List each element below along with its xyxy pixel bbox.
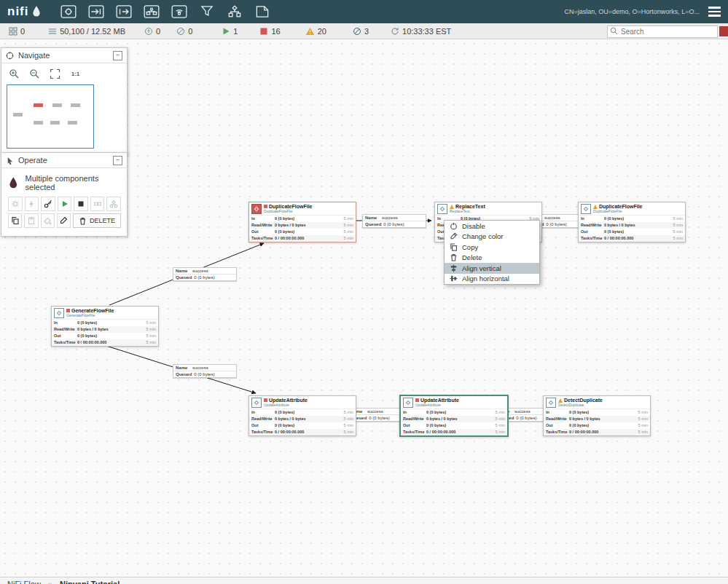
fill-color-button[interactable] xyxy=(41,213,55,228)
processor-detectduplicate[interactable]: DetectDuplicate DetectDuplicate In0 (0 b… xyxy=(543,395,651,436)
stat-rw-label: Read/Write xyxy=(403,417,426,422)
processor-icon xyxy=(546,398,556,408)
group-button[interactable] xyxy=(90,197,105,211)
configure-button[interactable] xyxy=(8,197,23,211)
stat-in-value: 0 (0 bytes) xyxy=(275,216,294,221)
minimap-viewport[interactable] xyxy=(7,84,94,149)
queued-count-value: 50,100 / 12.52 MB xyxy=(60,27,125,36)
not-transmitting-count-value: 0 xyxy=(188,27,192,36)
stat-window: 5 min xyxy=(344,430,353,435)
stat-window: 5 min xyxy=(673,236,683,241)
funnel-component-icon[interactable] xyxy=(196,3,218,20)
processor-generateflowfile[interactable]: GenerateFlowFile GenerateFlowFile In0 (0… xyxy=(51,306,159,347)
menu-item-delete[interactable]: Delete xyxy=(445,253,539,264)
collapse-button[interactable]: − xyxy=(113,51,122,60)
menu-item-label: Copy xyxy=(462,243,478,251)
stat-rw-value: 0 bytes / 0 bytes xyxy=(77,327,109,332)
stat-window: 5 min xyxy=(496,430,505,435)
template-component-icon[interactable] xyxy=(224,3,246,20)
collapse-button[interactable]: − xyxy=(113,156,122,165)
access-policies-button[interactable] xyxy=(41,197,55,211)
stat-in-label: In xyxy=(581,216,604,221)
stat-window: 5 min xyxy=(146,327,156,332)
connection-label[interactable]: Namesuccess Queued0 (0 bytes) xyxy=(173,364,237,378)
paste-button[interactable] xyxy=(24,213,38,228)
breadcrumb-root[interactable]: NiFi Flow xyxy=(7,580,41,584)
navigate-panel-header: Navigate − xyxy=(1,48,127,63)
template-button[interactable] xyxy=(106,197,121,211)
delete-button-label: DELETE xyxy=(90,217,115,224)
power-icon xyxy=(449,222,458,230)
enable-button[interactable] xyxy=(25,197,39,211)
processor-duplicateflowfile-1[interactable]: DuplicateFlowFile DuplicateFlowFile In0 … xyxy=(248,202,356,242)
label-component-icon[interactable] xyxy=(251,3,273,20)
processor-duplicateflowfile-2[interactable]: DuplicateFlowFile DuplicateFlowFile In0 … xyxy=(578,202,686,242)
stopped-icon xyxy=(264,398,267,402)
nifi-logo-text: nifi xyxy=(7,4,29,19)
processor-name: DetectDuplicate xyxy=(564,398,603,403)
menu-item-copy[interactable]: Copy xyxy=(445,242,539,253)
running-count-value: 1 xyxy=(233,27,238,36)
stat-window: 5 min xyxy=(146,334,156,339)
menu-item-align-vertical[interactable]: Align vertical xyxy=(445,263,539,274)
connection-queued-value: 0 (0 bytes) xyxy=(369,416,389,420)
stat-window: 5 min xyxy=(344,223,353,228)
cluster-icon xyxy=(9,27,17,36)
start-button[interactable] xyxy=(58,197,72,211)
processor-stats: In0 (0 bytes)5 min Read/Write0 bytes / 0… xyxy=(579,215,685,242)
refresh-time-value: 10:33:33 EST xyxy=(402,27,451,36)
change-color-button[interactable] xyxy=(57,213,71,228)
refresh-status[interactable]: 10:33:33 EST xyxy=(391,27,451,36)
processor-updateattribute-1[interactable]: UpdateAttribute UpdateAttribute In0 (0 b… xyxy=(248,395,356,436)
stat-out-value: 0 (0 bytes) xyxy=(569,423,589,428)
stat-window: 5 min xyxy=(146,340,156,345)
connection-label[interactable]: Namesuccess Queued0 (0 bytes) xyxy=(362,214,426,228)
stop-button[interactable] xyxy=(74,197,88,211)
connection-name-value: success xyxy=(192,269,208,273)
remote-process-group-component-icon[interactable] xyxy=(168,3,190,20)
copy-button[interactable] xyxy=(8,213,22,228)
processor-updateattribute-2[interactable]: UpdateAttribute UpdateAttribute In0 (0 b… xyxy=(399,395,509,437)
refresh-icon xyxy=(391,27,399,36)
navigate-panel: Navigate − 1:1 xyxy=(1,47,128,155)
breadcrumb: NiFi Flow » Nipyapi Tutorial xyxy=(0,577,728,584)
zoom-out-button[interactable] xyxy=(28,68,41,80)
stat-window: 5 min xyxy=(344,423,353,428)
stopped-count-value: 16 xyxy=(271,27,280,36)
stat-window: 5 min xyxy=(496,417,505,422)
minimap-node xyxy=(13,113,23,117)
menu-item-label: Change color xyxy=(462,232,504,240)
zoom-in-button[interactable] xyxy=(8,68,20,80)
stat-window: 5 min xyxy=(673,223,683,228)
processor-name: GenerateFlowFile xyxy=(71,308,114,313)
processor-stats: In0 (0 bytes)5 min Read/Write0 bytes / 0… xyxy=(52,319,158,346)
minimap[interactable] xyxy=(7,84,122,149)
processor-stats: In0 (0 bytes)5 min Read/Write0 bytes / 0… xyxy=(249,409,356,435)
global-menu-button[interactable] xyxy=(708,7,721,17)
disabled-count-value: 3 xyxy=(364,27,369,36)
processor-component-icon[interactable] xyxy=(58,3,79,20)
stat-tasks-value: 0 / 00:00:00.000 xyxy=(275,236,304,241)
queued-count: 50,100 / 12.52 MB xyxy=(48,27,125,36)
zoom-actual-button[interactable]: 1:1 xyxy=(69,68,82,80)
search-input[interactable] xyxy=(607,25,718,38)
input-port-component-icon[interactable] xyxy=(85,3,107,20)
zoom-fit-button[interactable] xyxy=(49,68,61,80)
menu-item-align-horizontal[interactable]: Align horizontal xyxy=(445,274,539,285)
output-port-component-icon[interactable] xyxy=(113,3,135,20)
connection-queued-value: 0 (0 bytes) xyxy=(516,416,536,420)
stat-window: 5 min xyxy=(344,216,353,221)
stat-tasks-value: 0 / 00:00:00.000 xyxy=(569,430,598,435)
app-header: nifi CN=jaslan, OU=demo, O=Hortonworks, … xyxy=(0,0,728,23)
stat-in-label: In xyxy=(54,320,77,325)
processor-type: DuplicateFlowFile xyxy=(264,209,313,213)
align-vertical-icon xyxy=(449,264,458,272)
process-group-component-icon[interactable] xyxy=(141,3,163,20)
menu-item-disable[interactable]: Disable xyxy=(445,221,539,232)
delete-button[interactable]: DELETE xyxy=(73,213,121,228)
connection-name-row: Namesuccess xyxy=(173,268,236,275)
connection-label[interactable]: Namesuccess Queued0 (0 bytes) xyxy=(173,267,237,281)
processor-header: DetectDuplicate DetectDuplicate xyxy=(544,396,650,409)
cluster-count: 0 xyxy=(9,27,25,36)
menu-item-change-color[interactable]: Change color xyxy=(445,232,539,242)
